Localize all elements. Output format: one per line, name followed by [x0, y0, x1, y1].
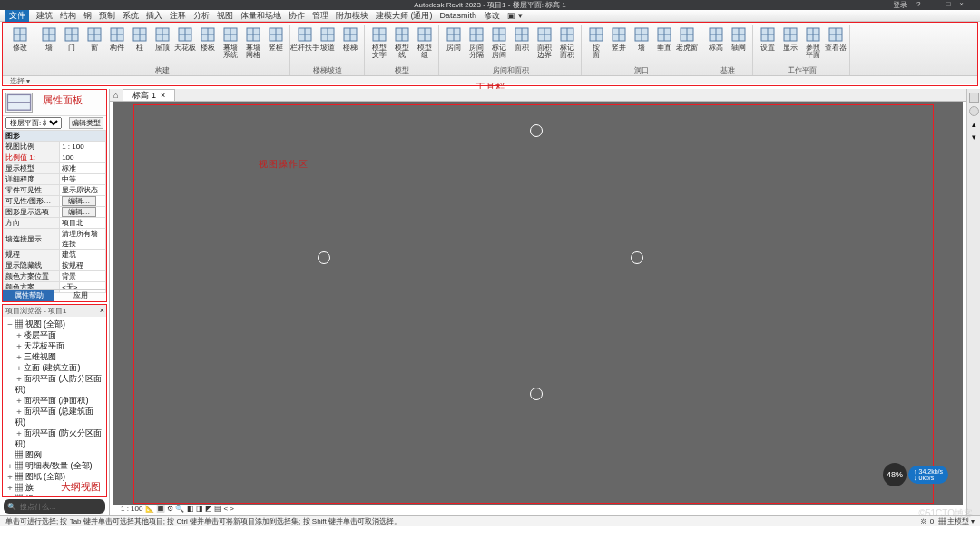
prop-value[interactable]: 显示原状态 [60, 185, 106, 196]
ribbon-参照平面[interactable]: 参照平面 [803, 25, 823, 59]
ribbon-门[interactable]: 门 [62, 25, 82, 52]
tab-precast[interactable]: 预制 [99, 10, 115, 22]
expand-icon[interactable]: + [5, 493, 15, 497]
prop-value[interactable]: 100 [60, 152, 106, 163]
browser-tree[interactable]: −▦ 视图 (全部)+楼层平面+天花板平面+三维视图+立面 (建筑立面)+面积平… [3, 317, 106, 497]
prop-value[interactable]: 1 : 100 [60, 142, 106, 152]
elevation-marker-e[interactable] [631, 251, 643, 264]
ribbon-轴网[interactable]: 轴网 [729, 25, 749, 52]
ribbon-模型文字[interactable]: 模型文字 [369, 25, 389, 59]
tab-master[interactable]: 建模大师 (通用) [376, 10, 433, 22]
drawing-canvas[interactable]: 视图操作区 48% ↑ 34.2kb/s ↓ 0kb/s [113, 102, 963, 505]
ribbon-楼梯[interactable]: 楼梯 [340, 25, 360, 52]
ribbon-按面[interactable]: 按面 [586, 25, 606, 59]
ribbon-屋顶[interactable]: 屋顶 [152, 25, 172, 52]
expand-icon[interactable]: + [15, 373, 24, 384]
tab-datasmith[interactable]: Datasmith [440, 11, 477, 20]
view-tab[interactable]: 标高 1 × [122, 89, 175, 101]
tab-modify[interactable]: 修改 [484, 10, 500, 22]
nav-up-icon[interactable]: ▴ [972, 120, 976, 129]
expand-icon[interactable] [5, 449, 15, 460]
min-icon[interactable]: — [929, 0, 936, 10]
nav-cube-icon[interactable] [969, 93, 979, 103]
tab-systems[interactable]: 系统 [122, 10, 139, 22]
ribbon-构件[interactable]: 构件 [107, 25, 127, 52]
nav-wheel-icon[interactable] [969, 106, 979, 116]
ribbon-标高[interactable]: 标高 [706, 25, 726, 52]
ribbon-老虎窗[interactable]: 老虎窗 [677, 25, 697, 52]
ribbon-面积边界[interactable]: 面积边界 [534, 25, 554, 59]
expand-icon[interactable]: + [5, 471, 15, 482]
expand-icon[interactable]: + [15, 406, 24, 417]
tree-node[interactable]: +三维视图 [5, 351, 104, 362]
ribbon-标记房间[interactable]: 标记房间 [489, 25, 509, 59]
instance-selector[interactable]: 楼层平面: 标高 1 [5, 117, 62, 129]
tree-node[interactable]: −▦ 视图 (全部) [5, 319, 104, 329]
tab-annotate[interactable]: 注释 [170, 10, 186, 22]
elevation-marker-w[interactable] [318, 251, 330, 264]
ribbon-墙[interactable]: 墙 [39, 25, 59, 52]
ribbon-窗[interactable]: 窗 [84, 25, 104, 52]
prop-help[interactable]: 属性帮助 [3, 290, 54, 301]
search-input[interactable] [20, 503, 115, 511]
max-icon[interactable]: □ [946, 0, 950, 10]
ribbon-坡道[interactable]: 坡道 [318, 25, 338, 52]
prop-apply[interactable]: 应用 [54, 290, 106, 301]
ribbon-房间[interactable]: 房间 [444, 25, 464, 52]
ribbon-修改[interactable]: 修改 [10, 25, 30, 52]
browser-close-icon[interactable]: × [100, 306, 104, 315]
expand-icon[interactable]: + [5, 482, 15, 493]
tab-addins[interactable]: 附加模块 [336, 10, 368, 22]
ribbon-垂直[interactable]: 垂直 [654, 25, 674, 52]
ribbon-柱[interactable]: 柱 [130, 25, 150, 52]
ribbon-显示[interactable]: 显示 [780, 25, 800, 52]
expand-icon[interactable]: + [15, 340, 24, 351]
tab-insert[interactable]: 插入 [146, 10, 162, 22]
tab-file[interactable]: 文件 [5, 10, 29, 22]
ribbon-查看器[interactable]: 查看器 [826, 25, 846, 52]
ribbon-标记面积[interactable]: 标记面积 [557, 25, 577, 59]
prop-value[interactable]: 中等 [60, 174, 106, 185]
ribbon-模型线[interactable]: 模型线 [392, 25, 412, 59]
tree-node[interactable]: +楼层平面 [5, 329, 104, 340]
close-icon[interactable]: × [959, 0, 964, 10]
prop-value[interactable]: 按规程 [60, 260, 106, 271]
ribbon-房间分隔[interactable]: 房间分隔 [466, 25, 486, 59]
tree-node[interactable]: +▦ 明细表/数量 (全部) [5, 460, 104, 471]
expand-icon[interactable]: + [15, 351, 24, 362]
tree-node[interactable]: +面积平面 (净面积) [5, 395, 104, 406]
ribbon-天花板[interactable]: 天花板 [175, 25, 195, 52]
prop-value[interactable]: 标准 [60, 163, 106, 174]
prop-value[interactable]: 编辑… [60, 196, 106, 207]
ribbon-楼板[interactable]: 楼板 [198, 25, 218, 52]
ribbon-幕墙网格[interactable]: 幕墙网格 [243, 25, 263, 59]
expand-icon[interactable]: + [15, 362, 24, 373]
tab-massing[interactable]: 体量和场地 [240, 10, 281, 22]
help-icon[interactable]: ? [916, 0, 920, 10]
expand-icon[interactable]: + [5, 460, 15, 471]
tab-steel[interactable]: 钢 [83, 10, 92, 22]
ribbon-墙[interactable]: 墙 [632, 25, 652, 52]
search-bar[interactable]: 🔍 › [4, 499, 105, 514]
prop-value[interactable]: 建筑 [60, 250, 106, 260]
ribbon-栏杆扶手[interactable]: 栏杆扶手 [295, 25, 315, 52]
ribbon-设置[interactable]: 设置 [758, 25, 778, 52]
ribbon-面积[interactable]: 面积 [512, 25, 532, 52]
tree-node[interactable]: +面积平面 (总建筑面积) [5, 406, 104, 427]
edit-type-button[interactable]: 编辑类型 [69, 117, 103, 129]
tab-view[interactable]: 视图 [217, 10, 233, 22]
nav-down-icon[interactable]: ▾ [972, 133, 976, 142]
expand-icon[interactable]: + [15, 329, 24, 340]
elevation-marker-n[interactable] [530, 124, 543, 137]
login-link[interactable]: 登录 [893, 0, 907, 10]
ribbon-模型组[interactable]: 模型组 [415, 25, 435, 59]
tab-manage[interactable]: 管理 [312, 10, 328, 22]
view-control-bar[interactable]: 1 : 100 📐 🔳 ⚙ 🔍 ◧ ◨ ◩ ▤ < > [110, 505, 966, 515]
tab-close-icon[interactable]: × [161, 91, 165, 100]
expand-icon[interactable]: + [15, 427, 24, 438]
tab-struct[interactable]: 结构 [60, 10, 76, 22]
ribbon-幕墙系统[interactable]: 幕墙系统 [220, 25, 240, 59]
tree-node[interactable]: +天花板平面 [5, 340, 104, 351]
tab-collab[interactable]: 协作 [289, 10, 305, 22]
tab-overflow-icon[interactable]: ▣ ▾ [507, 11, 523, 20]
